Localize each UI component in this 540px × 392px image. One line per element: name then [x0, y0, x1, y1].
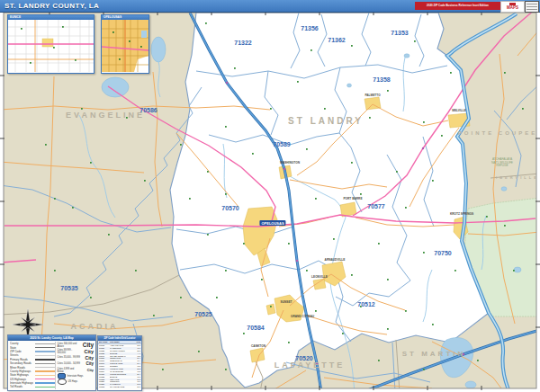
legend-item: Toll Roads [10, 385, 55, 388]
legend-city-classes: Cities 300,000 and AboveCityCities 99,99… [55, 342, 94, 389]
zip-index-rows: 70512ARNAUDVILLED-570520CARENCROC-670525… [98, 344, 141, 388]
map-poster: { "header": { "title": "ST. LANDRY COUNT… [0, 0, 540, 392]
zip-index-col-grid: Grid [134, 341, 141, 343]
publisher-logo: MAPS [500, 1, 525, 13]
map-canvas: EVANGELINEST LANDRYPOINTE COUPEEIBERVILL… [0, 0, 540, 392]
legend-box: 2020 St. Landry County, LA Map CountySta… [7, 334, 96, 391]
inset-map-opelousas: OPELOUSAS [101, 14, 149, 74]
legend-city-class: Cities 99,999 - 300,000City [58, 348, 94, 354]
title-bar: ST. LANDRY COUNTY, LA 2020 ZIP Code Busi… [0, 0, 540, 13]
zip-index-col-zip: ZIP Code [98, 341, 110, 343]
legend-line-samples: CountyStateZIP CodeStreetsPrimary RoadsS… [10, 342, 55, 389]
edition-stamp [525, 1, 539, 13]
inset-opelousas-artwork [102, 20, 148, 72]
map-title: ST. LANDRY COUNTY, LA [4, 2, 99, 10]
zip-index-box: ZIP Code Index/Grid Locator ZIP Code Cit… [97, 335, 142, 391]
inset-map-eunice: EUNICE [7, 14, 94, 74]
legend-city-class: Cities 300,000 and AboveCity [58, 342, 94, 348]
zip-index-row: 71362PLAUCHEVILLED-1 [98, 386, 141, 388]
edition-banner: 2020 ZIP Code Business Reference Inset E… [415, 2, 500, 10]
legend-city-class: Cities 10,000 - 34,999City [58, 361, 94, 367]
legend-city-class: Cities 35,000 - 99,999City [58, 354, 94, 361]
us-route-shield-icon [58, 379, 67, 385]
zip-index-col-city: City Name [110, 341, 134, 343]
legend-shield: US Hwys [58, 379, 94, 384]
legend-city-class: Cities 4,999 and BelowCity [58, 367, 94, 373]
logo-brand-text: MAPS [501, 5, 524, 10]
inset-eunice-artwork [8, 20, 94, 72]
